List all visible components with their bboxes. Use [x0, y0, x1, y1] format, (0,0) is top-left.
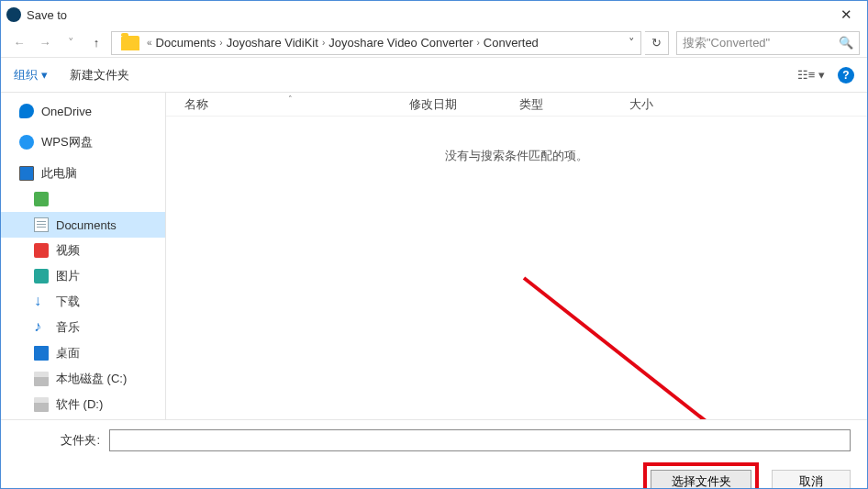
sidebar-item[interactable]: 下载: [1, 289, 165, 315]
sidebar-item[interactable]: [1, 186, 165, 212]
nav-row: ← → ˅ ↑ « Documents › Joyoshare VidiKit …: [1, 28, 867, 58]
sidebar-item[interactable]: WPS网盘: [1, 129, 165, 155]
image-icon: [34, 269, 49, 283]
sidebar-item-label: 音乐: [56, 319, 80, 336]
sort-indicator-icon: ˄: [288, 94, 293, 104]
window-title: Save to: [27, 8, 67, 22]
address-dropdown[interactable]: ˅: [629, 36, 635, 50]
sidebar-item[interactable]: 软件 (D:): [1, 392, 165, 417]
refresh-button[interactable]: ↻: [645, 31, 669, 55]
breadcrumb[interactable]: Joyoshare Video Converter: [328, 36, 473, 50]
green-icon: [34, 192, 49, 206]
col-header-type[interactable]: 类型: [519, 96, 629, 113]
sidebar-item-label: 下载: [56, 294, 80, 310]
file-list-area: ˄名称 修改日期 类型 大小 没有与搜索条件匹配的项。: [166, 93, 867, 421]
sidebar-item[interactable]: Documents: [1, 212, 165, 238]
column-headers: ˄名称 修改日期 类型 大小: [166, 93, 867, 117]
sidebar-item-label: 软件 (D:): [56, 396, 103, 413]
help-icon[interactable]: ?: [838, 67, 854, 83]
footer: 文件夹: 选择文件夹 取消: [1, 419, 867, 488]
annotation-highlight: 选择文件夹: [643, 462, 759, 489]
search-placeholder: 搜索"Converted": [683, 35, 770, 51]
chevron-right-icon: ›: [322, 38, 325, 48]
select-folder-button[interactable]: 选择文件夹: [651, 470, 751, 489]
folder-input[interactable]: [109, 429, 851, 451]
sidebar-item[interactable]: 音乐: [1, 315, 165, 340]
titlebar: Save to ✕: [1, 1, 867, 28]
sidebar-item-label: 桌面: [56, 345, 80, 361]
close-button[interactable]: ✕: [831, 3, 862, 27]
col-header-size[interactable]: 大小: [629, 96, 703, 113]
drive-icon: [34, 397, 49, 412]
recent-button[interactable]: ˅: [60, 32, 82, 54]
pc-icon: [19, 166, 34, 181]
empty-message: 没有与搜索条件匹配的项。: [166, 148, 867, 164]
sidebar-item-label: 图片: [56, 268, 80, 284]
breadcrumb[interactable]: Converted: [484, 36, 539, 50]
drive-icon: [34, 372, 49, 386]
sidebar-item[interactable]: OneDrive: [1, 98, 165, 124]
col-header-name[interactable]: ˄名称: [166, 96, 409, 113]
sidebar-item[interactable]: 本地磁盘 (C:): [1, 366, 165, 392]
new-folder-button[interactable]: 新建文件夹: [70, 67, 129, 83]
toolbar: 组织 ▾ 新建文件夹 ☷≡ ▾ ?: [1, 58, 867, 93]
sidebar-item[interactable]: 桌面: [1, 340, 165, 366]
folder-label: 文件夹:: [17, 432, 100, 449]
forward-button[interactable]: →: [34, 32, 56, 54]
sidebar-item-label: 本地磁盘 (C:): [56, 371, 127, 387]
sidebar-item-label: Documents: [56, 218, 117, 232]
video-icon: [34, 243, 49, 258]
chevron-right-icon: ›: [477, 38, 480, 48]
sidebar: OneDriveWPS网盘此电脑Documents视频图片下载音乐桌面本地磁盘 …: [1, 93, 166, 421]
sidebar-item-label: 此电脑: [41, 165, 77, 182]
doc-icon: [34, 217, 49, 232]
breadcrumb-overflow[interactable]: «: [147, 38, 152, 48]
breadcrumb[interactable]: Documents: [156, 36, 217, 50]
music-icon: [34, 320, 49, 335]
col-header-date[interactable]: 修改日期: [409, 96, 519, 113]
address-bar[interactable]: « Documents › Joyoshare VidiKit › Joyosh…: [111, 31, 641, 55]
sidebar-item[interactable]: 视频: [1, 238, 165, 263]
sidebar-item[interactable]: 此电脑: [1, 161, 165, 186]
sidebar-item-label: WPS网盘: [41, 134, 93, 150]
sidebar-item-label: OneDrive: [41, 105, 92, 118]
search-input[interactable]: 搜索"Converted" 🔍: [676, 31, 860, 55]
download-icon: [34, 295, 49, 309]
back-button[interactable]: ←: [8, 32, 30, 54]
cloud-od-icon: [19, 104, 34, 118]
view-mode-button[interactable]: ☷≡ ▾: [797, 68, 825, 82]
sidebar-item[interactable]: 图片: [1, 263, 165, 289]
desktop-icon: [34, 346, 49, 361]
folder-icon: [121, 36, 139, 50]
sidebar-item-label: 视频: [56, 242, 80, 259]
up-button[interactable]: ↑: [85, 32, 107, 54]
organize-menu[interactable]: 组织 ▾: [14, 67, 48, 83]
chevron-right-icon: ›: [219, 38, 222, 48]
button-row: 选择文件夹 取消: [17, 462, 851, 489]
app-icon: [6, 7, 21, 22]
breadcrumb[interactable]: Joyoshare VidiKit: [227, 36, 318, 50]
folder-row: 文件夹:: [17, 429, 851, 451]
search-icon: 🔍: [839, 36, 853, 50]
body: OneDriveWPS网盘此电脑Documents视频图片下载音乐桌面本地磁盘 …: [1, 93, 867, 421]
cancel-button[interactable]: 取消: [772, 470, 851, 489]
cloud-wps-icon: [19, 135, 34, 150]
